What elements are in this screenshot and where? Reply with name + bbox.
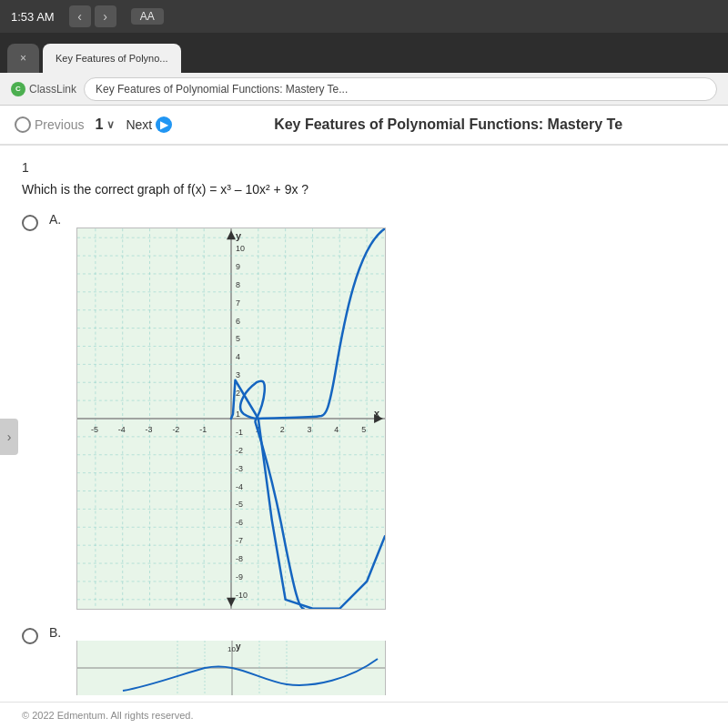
svg-text:-9: -9 <box>236 572 243 581</box>
svg-text:-5: -5 <box>91 425 98 434</box>
svg-text:10: 10 <box>236 244 245 253</box>
option-b-container: B. y 10 <box>22 624 706 695</box>
question-number-value: 1 <box>95 116 103 133</box>
svg-text:5: 5 <box>236 335 240 344</box>
graph-a-svg: y 10 9 8 7 6 5 4 3 2 1 -1 -2 -3 -4 -5 <box>77 228 385 609</box>
footer: © 2022 Edmentum. All rights reserved. <box>0 702 728 728</box>
page-title: Key Features of Polynomial Functions: Ma… <box>183 116 713 133</box>
svg-text:-5: -5 <box>236 500 243 509</box>
svg-text:10: 10 <box>228 645 236 653</box>
classlink-logo[interactable]: C ClassLink <box>11 82 76 96</box>
graph-b-svg: y 10 <box>77 641 385 695</box>
svg-text:-4: -4 <box>236 482 243 491</box>
option-a-label: A. <box>49 212 61 227</box>
question-text: Which is the correct graph of f(x) = x³ … <box>22 182 706 197</box>
svg-text:5: 5 <box>361 425 366 434</box>
tab-bar: × Key Features of Polyno... <box>0 33 728 73</box>
svg-text:-10: -10 <box>236 591 248 600</box>
svg-text:-1: -1 <box>236 428 243 437</box>
svg-text:7: 7 <box>236 298 240 308</box>
svg-text:-2: -2 <box>236 446 243 455</box>
classlink-label: ClassLink <box>29 83 76 96</box>
main-content: › 1 Which is the correct graph of f(x) =… <box>0 146 728 728</box>
address-bar-row: C ClassLink Key Features of Polynomial F… <box>0 73 728 106</box>
aa-button[interactable]: AA <box>131 8 164 25</box>
previous-button[interactable]: Previous <box>15 116 84 133</box>
svg-text:-6: -6 <box>236 518 243 527</box>
back-button[interactable]: ‹ <box>69 5 91 27</box>
option-b-radio[interactable] <box>22 628 38 644</box>
url-text: Key Features of Polynomial Functions: Ma… <box>96 83 348 96</box>
next-circle-icon: ▶ <box>156 116 172 133</box>
svg-text:4: 4 <box>236 352 240 361</box>
svg-text:2: 2 <box>280 425 285 434</box>
svg-text:-1: -1 <box>199 425 207 434</box>
svg-text:-2: -2 <box>172 425 179 434</box>
svg-text:-3: -3 <box>146 425 153 434</box>
svg-text:2: 2 <box>236 389 240 398</box>
svg-text:3: 3 <box>308 425 312 434</box>
prev-circle-icon <box>15 116 31 133</box>
forward-button[interactable]: › <box>95 5 116 27</box>
inactive-tab[interactable]: × <box>7 44 39 73</box>
nav-buttons: ‹ › <box>69 5 116 27</box>
svg-text:4: 4 <box>334 425 339 434</box>
option-a-container: A. <box>22 211 706 610</box>
svg-text:-8: -8 <box>236 554 243 563</box>
question-number-label: 1 <box>22 160 706 175</box>
option-a-content: A. <box>49 211 386 610</box>
browser-chrome: 1:53 AM ‹ › AA × Key Features of Polyno.… <box>0 0 728 73</box>
svg-text:-4: -4 <box>118 425 126 434</box>
option-b-label: B. <box>49 625 61 640</box>
question-number-display[interactable]: 1 ∨ <box>95 116 115 133</box>
svg-text:1: 1 <box>236 410 240 419</box>
next-label: Next <box>126 117 152 132</box>
page-toolbar: Previous 1 ∨ Next ▶ Key Features of Poly… <box>0 106 728 146</box>
previous-label: Previous <box>35 117 84 132</box>
svg-text:3: 3 <box>236 370 240 379</box>
svg-text:-7: -7 <box>236 536 243 545</box>
svg-text:6: 6 <box>236 317 240 326</box>
active-tab[interactable]: Key Features of Polyno... <box>43 44 181 73</box>
classlink-icon: C <box>11 82 25 96</box>
dropdown-arrow-icon: ∨ <box>106 118 115 131</box>
address-bar[interactable]: Key Features of Polynomial Functions: Ma… <box>84 77 717 101</box>
tab-close-icon: × <box>20 52 26 65</box>
svg-text:8: 8 <box>236 280 240 289</box>
browser-top-bar: 1:53 AM ‹ › AA <box>0 0 728 33</box>
graph-b-preview: y 10 <box>76 641 386 695</box>
option-a-radio[interactable] <box>22 215 38 231</box>
side-nav-arrow[interactable]: › <box>0 419 18 455</box>
svg-text:y: y <box>236 642 241 652</box>
svg-text:-3: -3 <box>236 464 243 473</box>
copyright-text: © 2022 Edmentum. All rights reserved. <box>22 710 193 721</box>
next-button[interactable]: Next ▶ <box>126 116 172 133</box>
graph-a: y 10 9 8 7 6 5 4 3 2 1 -1 -2 -3 -4 -5 <box>76 228 386 610</box>
time-display: 1:53 AM <box>11 10 55 24</box>
option-b-content: B. y 10 <box>49 624 386 695</box>
svg-text:y: y <box>236 230 242 241</box>
tab-label: Key Features of Polyno... <box>56 53 168 64</box>
svg-text:9: 9 <box>236 262 240 271</box>
